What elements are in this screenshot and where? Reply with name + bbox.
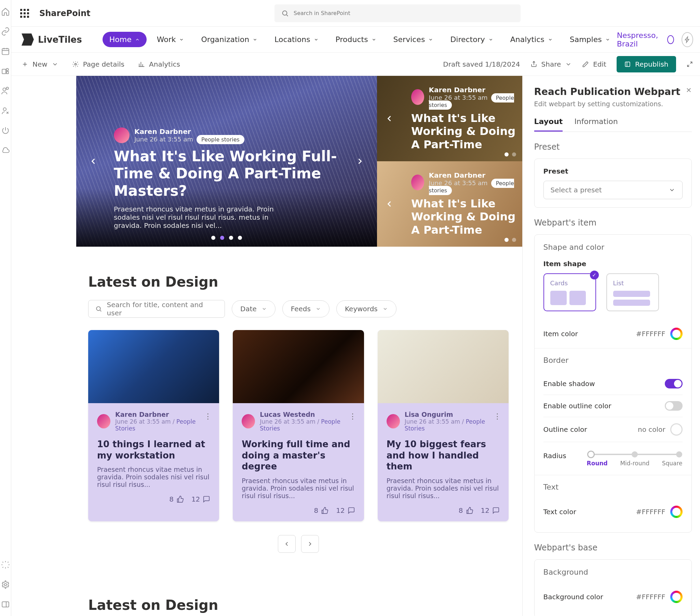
background-heading: Background bbox=[543, 568, 683, 576]
nav-item-services[interactable]: Services bbox=[387, 32, 440, 47]
check-icon: ✓ bbox=[590, 271, 599, 279]
svg-point-3 bbox=[3, 88, 6, 91]
enable-outline-label: Enable outline color bbox=[543, 402, 612, 410]
pager-next-button[interactable] bbox=[301, 535, 319, 553]
nav-item-home[interactable]: Home bbox=[102, 32, 147, 47]
chevron-down-icon bbox=[52, 61, 59, 68]
color-picker-icon[interactable] bbox=[670, 423, 683, 436]
pager bbox=[88, 535, 509, 553]
page-details-button[interactable]: Page details bbox=[72, 60, 124, 68]
comments-count[interactable]: 12 bbox=[191, 495, 210, 503]
topbar: SharePoint Search in SharePoint bbox=[11, 0, 700, 27]
tab-layout[interactable]: Layout bbox=[534, 117, 563, 131]
search-input[interactable]: Search in SharePoint bbox=[274, 4, 521, 22]
svg-point-2 bbox=[6, 68, 8, 71]
svg-rect-0 bbox=[2, 49, 9, 54]
republish-button[interactable]: Republish bbox=[616, 56, 676, 73]
new-button[interactable]: New bbox=[22, 60, 59, 68]
nav-item-work[interactable]: Work bbox=[150, 32, 191, 47]
shape-option-cards[interactable]: ✓ Cards bbox=[543, 273, 596, 311]
nav-item-locations[interactable]: Locations bbox=[267, 32, 325, 47]
section-search-input[interactable]: Search for title, content and user bbox=[88, 300, 225, 318]
rail-tool-icon[interactable] bbox=[0, 559, 11, 570]
hero-title: What It's Like Working Full-Time & Doing… bbox=[114, 148, 339, 200]
app-launcher-icon[interactable] bbox=[20, 9, 29, 18]
rail-panel-icon[interactable] bbox=[0, 599, 11, 610]
help-button[interactable] bbox=[682, 32, 693, 47]
nav-item-directory[interactable]: Directory bbox=[443, 32, 500, 47]
color-picker-icon[interactable] bbox=[670, 506, 683, 518]
comments-count[interactable]: 12 bbox=[481, 506, 500, 515]
radius-label: Radius bbox=[543, 448, 566, 460]
expand-button[interactable] bbox=[686, 61, 693, 68]
enable-outline-toggle[interactable] bbox=[665, 401, 683, 411]
svg-point-7 bbox=[283, 11, 287, 15]
svg-point-5 bbox=[4, 583, 7, 586]
radius-slider[interactable] bbox=[590, 454, 679, 455]
locale-switcher[interactable]: Nespresso, Brazil bbox=[617, 31, 674, 48]
item-shape-label: Item shape bbox=[543, 260, 683, 268]
tab-information[interactable]: Information bbox=[574, 117, 617, 131]
rail-person-edit-icon[interactable] bbox=[0, 105, 11, 116]
close-icon[interactable]: ✕ bbox=[686, 86, 692, 94]
chevron-down-icon bbox=[488, 37, 493, 42]
chevron-down-icon bbox=[548, 37, 553, 42]
search-icon bbox=[281, 10, 289, 17]
color-picker-icon[interactable] bbox=[670, 328, 683, 340]
hero-main-slide[interactable]: Karen Darbner June 26 at 3:55 amPeople s… bbox=[76, 76, 377, 247]
hero-side-prev-button[interactable] bbox=[383, 197, 396, 211]
nav-item-analytics[interactable]: Analytics bbox=[503, 32, 560, 47]
pager-prev-button[interactable] bbox=[278, 535, 296, 553]
rail-teams-icon[interactable] bbox=[0, 66, 11, 77]
likes-count[interactable]: 8 bbox=[169, 495, 184, 503]
rail-cloud-icon[interactable] bbox=[0, 145, 11, 156]
likes-count[interactable]: 8 bbox=[459, 506, 473, 515]
card-description: Praesent rhoncus vitae metus in gravida.… bbox=[242, 477, 355, 500]
carousel-dots[interactable] bbox=[211, 236, 242, 240]
likes-count[interactable]: 8 bbox=[314, 506, 328, 515]
hero-side-slide[interactable]: Karen DarbnerJune 26 at 3:55 amPeople st… bbox=[377, 76, 522, 161]
card-more-icon[interactable]: ⋮ bbox=[493, 412, 501, 420]
analytics-button[interactable]: Analytics bbox=[138, 60, 180, 68]
rail-calendar-icon[interactable] bbox=[0, 46, 11, 57]
share-button[interactable]: Share bbox=[530, 60, 572, 68]
app-title: SharePoint bbox=[39, 9, 90, 18]
text-color-label: Text color bbox=[543, 508, 576, 516]
enable-shadow-toggle[interactable] bbox=[665, 379, 683, 388]
filter-feeds[interactable]: Feeds bbox=[282, 300, 329, 317]
comments-count[interactable]: 12 bbox=[336, 506, 355, 515]
rail-gear-icon[interactable] bbox=[0, 579, 11, 590]
card-more-icon[interactable]: ⋮ bbox=[204, 412, 212, 420]
chevron-down-icon bbox=[315, 306, 321, 312]
group-webpart-base: Webpart's base bbox=[534, 543, 692, 552]
brand-logo-icon bbox=[22, 34, 34, 46]
card-more-icon[interactable]: ⋮ bbox=[349, 412, 357, 420]
hero-next-button[interactable] bbox=[353, 154, 367, 168]
filter-keywords[interactable]: Keywords bbox=[336, 300, 397, 317]
section-title: Latest on Design bbox=[88, 597, 509, 613]
filter-date[interactable]: Date bbox=[232, 300, 275, 317]
preset-select[interactable]: Select a preset bbox=[543, 181, 683, 199]
site-navbar: LiveTiles HomeWorkOrganizationLocationsP… bbox=[11, 27, 700, 53]
hero-side-slide[interactable]: Karen DarbnerJune 26 at 3:55 amPeople st… bbox=[377, 161, 522, 247]
rail-link-icon[interactable] bbox=[0, 26, 11, 37]
avatar bbox=[411, 89, 424, 105]
rail-people-icon[interactable] bbox=[0, 85, 11, 96]
article-card[interactable]: Karen DarbnerJune 26 at 3:55 am / People… bbox=[88, 330, 219, 521]
nav-item-products[interactable]: Products bbox=[329, 32, 383, 47]
article-card[interactable]: Lucas WestednJune 26 at 3:55 am / People… bbox=[233, 330, 364, 521]
nav-item-samples[interactable]: Samples bbox=[563, 32, 617, 47]
shape-option-list[interactable]: List bbox=[607, 273, 659, 311]
rail-power-icon[interactable] bbox=[0, 125, 11, 136]
card-image bbox=[233, 330, 364, 403]
color-picker-icon[interactable] bbox=[670, 591, 683, 603]
card-description: Praesent rhoncus vitae metus in gravida.… bbox=[387, 477, 500, 500]
rail-home-icon[interactable] bbox=[0, 6, 11, 17]
edit-button[interactable]: Edit bbox=[582, 60, 607, 68]
brand[interactable]: LiveTiles bbox=[22, 34, 82, 46]
chevron-down-icon bbox=[262, 306, 267, 312]
nav-item-organization[interactable]: Organization bbox=[194, 32, 264, 47]
hero-side-prev-button[interactable] bbox=[383, 112, 396, 125]
article-card[interactable]: Lisa OngurimJune 26 at 3:55 am / People … bbox=[378, 330, 509, 521]
hero-prev-button[interactable] bbox=[87, 154, 100, 168]
